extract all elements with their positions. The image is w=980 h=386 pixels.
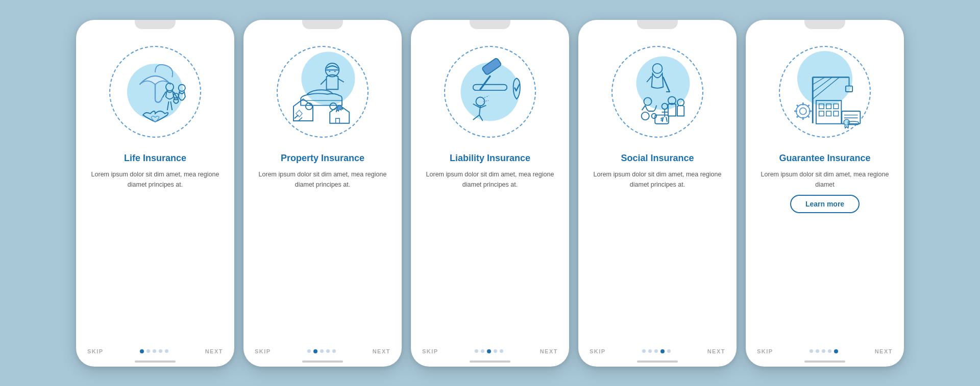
svg-rect-19 [482,57,502,75]
svg-point-62 [800,108,806,114]
svg-line-12 [321,79,326,84]
svg-rect-53 [846,86,852,91]
svg-line-49 [813,77,825,84]
dot-4 [159,349,162,353]
home-bar [804,361,845,363]
svg-rect-58 [819,111,824,116]
dot-4 [828,349,831,353]
svg-line-31 [647,76,652,82]
dot-2 [146,349,150,353]
social-insurance-icon: $ [609,43,706,140]
svg-line-32 [663,77,669,92]
svg-line-24 [473,115,479,120]
next-button[interactable]: NEXT [373,348,390,354]
phone-liability-insurance: Liability Insurance Lorem ipsum dolor si… [411,20,569,367]
liability-insurance-icon [442,43,538,140]
phone-life-insurance: Life Insurance Lorem ipsum dolor sit dim… [76,20,234,367]
svg-line-44 [666,117,667,122]
svg-line-28 [484,95,489,97]
card-description: Lorem ipsum dolor sit dim amet, mea regi… [420,169,560,190]
phone-notch [804,20,845,29]
svg-point-35 [642,112,649,119]
property-insurance-icon [274,43,371,140]
phone-screen: Life Insurance Lorem ipsum dolor sit dim… [76,29,234,344]
card-title: Guarantee Insurance [779,152,870,164]
dot-3 [153,349,156,353]
svg-line-5 [170,101,172,110]
skip-button[interactable]: SKIP [255,348,271,354]
skip-button[interactable]: SKIP [87,348,104,354]
dot-3 [654,349,658,353]
phone-notch [302,20,343,29]
svg-line-17 [295,115,299,118]
svg-point-30 [653,63,663,73]
phone-bottom: SKIP NEXT [578,344,737,359]
card-description: Lorem ipsum dolor sit dim amet, mea regi… [253,169,393,190]
dot-4 [494,349,497,353]
home-bar [302,361,343,363]
svg-line-18 [299,117,303,121]
phone-screen: Liability Insurance Lorem ipsum dolor si… [411,29,569,344]
phones-container: Life Insurance Lorem ipsum dolor sit dim… [61,5,919,382]
svg-point-74 [844,119,849,125]
svg-point-40 [662,103,668,109]
dot-2 [481,349,484,353]
dot-3 [487,349,491,353]
dot-3 [822,349,825,353]
skip-button[interactable]: SKIP [422,348,438,354]
next-button[interactable]: NEXT [707,348,725,354]
home-bar [637,361,678,363]
svg-rect-21 [473,84,507,90]
card-description: Lorem ipsum dolor sit dim amet, mea regi… [85,169,225,190]
dot-2 [648,349,652,353]
svg-line-51 [813,77,839,99]
svg-line-13 [338,79,344,82]
next-button[interactable]: NEXT [205,348,223,354]
dot-5 [834,349,838,353]
card-title: Liability Insurance [450,152,530,164]
phone-notch [470,20,510,29]
progress-dots [307,349,336,353]
dot-1 [140,349,144,353]
svg-point-39 [677,99,684,106]
phone-screen: Guarantee Insurance Lorem ipsum dolor si… [746,29,904,344]
guarantee-insurance-icon [776,43,873,140]
skip-button[interactable]: SKIP [590,348,606,354]
illustration-guarantee [771,38,878,145]
phone-social-insurance: $ Social Insurance Lorem ipsum dolor sit… [578,20,737,367]
progress-dots [810,349,838,353]
learn-more-button[interactable]: Learn more [790,195,860,213]
svg-point-34 [644,97,651,105]
card-description: Lorem ipsum dolor sit dim amet, mea regi… [587,169,727,190]
progress-dots [642,349,671,353]
phone-notch [637,20,678,29]
svg-line-68 [807,115,810,117]
svg-line-2 [162,92,166,97]
svg-point-6 [179,84,185,91]
dot-5 [165,349,168,353]
svg-rect-56 [826,104,831,109]
dot-4 [660,349,665,353]
svg-line-70 [797,115,799,117]
dot-5 [667,349,671,353]
dot-1 [307,349,311,353]
svg-text:$: $ [660,116,664,122]
svg-rect-55 [819,104,824,109]
phone-property-insurance: Property Insurance Lorem ipsum dolor sit… [243,20,402,367]
svg-point-36 [652,113,657,118]
progress-dots [475,349,503,353]
phone-bottom: SKIP NEXT [76,344,234,359]
phone-screen: $ Social Insurance Lorem ipsum dolor sit… [578,29,737,344]
svg-line-20 [480,76,490,89]
card-title: Social Insurance [621,152,694,164]
next-button[interactable]: NEXT [540,348,558,354]
dot-5 [500,349,503,353]
illustration-property [269,38,376,145]
svg-line-4 [167,101,169,110]
svg-point-15 [330,102,336,109]
svg-line-25 [479,115,483,120]
illustration-liability [436,38,544,145]
home-bar [135,361,176,363]
skip-button[interactable]: SKIP [757,348,773,354]
next-button[interactable]: NEXT [875,348,893,354]
